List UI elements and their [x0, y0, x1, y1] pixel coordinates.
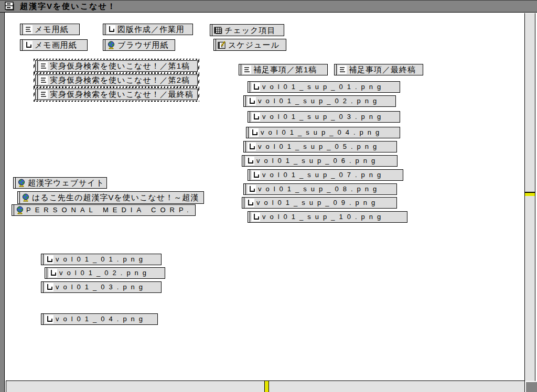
vobj-label: 実身仮身検索を使いこなせ！／最終稿 [50, 89, 194, 100]
figure-icon [246, 199, 254, 207]
text-document-icon [24, 25, 33, 34]
vobj-image-04[interactable]: vol01_04.png [41, 313, 158, 325]
vobj-chokanji-website[interactable]: 超漢字ウェブサイト [13, 177, 107, 189]
vobj-sup-image-02[interactable]: vol01_sup_02.png [243, 95, 396, 107]
text-document-icon [338, 66, 347, 74]
vobj-personal-media-corp[interactable]: PERSONAL MEDIA CORP. [12, 204, 196, 216]
vobj-sup-image-10[interactable]: vol01_sup_10.png [248, 211, 407, 223]
vobj-image-03[interactable]: vol01_03.png [41, 281, 162, 293]
vobj-left-edge [18, 192, 20, 203]
vobj-sup-image-08[interactable]: vol01_sup_08.png [243, 183, 397, 195]
vertical-scrollbar[interactable] [524, 13, 535, 381]
vobj-left-edge [12, 205, 14, 215]
vobj-sup-image-03[interactable]: vol01_sup_03.png [248, 111, 400, 123]
vobj-left-edge [248, 212, 250, 222]
vobj-left-edge [248, 112, 250, 122]
vobj-left-edge [335, 64, 337, 75]
globe-icon [107, 41, 115, 49]
vobj-label: vol01_sup_09.png [256, 198, 379, 208]
vobj-label: チェック項目 [224, 25, 275, 36]
vobj-left-edge [103, 24, 105, 35]
vobj-sup-image-07[interactable]: vol01_sup_07.png [248, 169, 403, 181]
horizontal-scrollbar[interactable] [6, 380, 525, 392]
vobj-label: メモ画用紙 [35, 40, 77, 50]
vobj-left-edge [242, 198, 244, 208]
vobj-sup-image-04[interactable]: vol01_sup_04.png [246, 127, 400, 138]
vobj-label: 超漢字ウェブサイト [28, 178, 104, 188]
schedule-icon [218, 41, 226, 49]
vobj-draft-1[interactable]: 実身仮身検索を使いこなせ！／第1稿 [35, 60, 198, 72]
vobj-left-edge [244, 141, 246, 152]
window-resize-corner[interactable] [526, 382, 537, 392]
table-icon [214, 26, 222, 35]
vobj-haruko-page[interactable]: はるこ先生の超漢字Vを使いこなせ！～超漢 [17, 191, 204, 204]
window-left-border [0, 13, 5, 392]
open-frame-draft-final: 実身仮身検索を使いこなせ！／最終稿 [34, 87, 199, 102]
vobj-label: ブラウザ用紙 [117, 40, 168, 50]
vobj-left-edge [248, 170, 250, 180]
vobj-left-edge [246, 127, 249, 138]
vobj-note-draft1[interactable]: 補足事項／第1稿 [239, 64, 328, 75]
vobj-sup-image-06[interactable]: vol01_sup_06.png [242, 155, 398, 167]
figure-icon [250, 128, 259, 137]
vobj-image-02[interactable]: vol01_02.png [45, 267, 165, 279]
vobj-memo-drawing-paper[interactable]: メモ画用紙 [20, 39, 88, 51]
window-title: 超漢字Vを使いこなせ！ [20, 2, 116, 12]
vobj-left-edge [41, 282, 44, 292]
vobj-left-edge [41, 254, 44, 265]
vobj-label: vol01_sup_06.png [256, 156, 379, 166]
horizontal-scroll-marker[interactable] [264, 381, 269, 392]
vobj-memo-paper[interactable]: メモ用紙 [20, 24, 80, 35]
figure-icon [24, 41, 33, 49]
text-document-icon [243, 66, 251, 74]
vobj-browser-paper[interactable]: ブラウザ用紙 [103, 39, 175, 51]
vobj-label: vol01_sup_01.png [262, 82, 385, 92]
vobj-note-final[interactable]: 補足事項／最終稿 [334, 64, 423, 75]
text-document-icon [39, 76, 48, 84]
vobj-left-edge [36, 75, 38, 85]
vobj-left-edge [239, 64, 241, 75]
vobj-left-edge [103, 40, 105, 50]
cabinet-icon[interactable] [4, 2, 15, 12]
figure-icon [49, 269, 57, 277]
vobj-sup-image-09[interactable]: vol01_sup_09.png [242, 197, 397, 209]
vobj-label: vol01_01.png [56, 254, 147, 265]
vobj-schedule[interactable]: スケジュール [213, 39, 286, 51]
vobj-figure-work[interactable]: 図版作成／作業用 [103, 24, 193, 35]
vobj-draft-2[interactable]: 実身仮身検索を使いこなせ！／第2稿 [35, 74, 198, 86]
vobj-left-edge [20, 24, 23, 35]
vobj-sup-image-01[interactable]: vol01_sup_01.png [248, 81, 400, 93]
vobj-label: vol01_sup_08.png [258, 184, 381, 194]
figure-icon [246, 157, 254, 165]
vobj-left-edge [244, 96, 246, 106]
vobj-image-01[interactable]: vol01_01.png [41, 254, 162, 265]
vobj-left-edge [14, 178, 16, 188]
window-titlebar[interactable]: 超漢字Vを使いこなせ！ [0, 0, 537, 13]
vobj-left-edge [36, 61, 38, 71]
open-frame-draft-1: 実身仮身検索を使いこなせ！／第1稿 [34, 59, 199, 73]
figure-icon [107, 25, 115, 34]
vobj-label: vol01_04.png [56, 314, 147, 324]
vobj-label: vol01_sup_07.png [262, 170, 385, 180]
vertical-scroll-marker[interactable] [525, 192, 535, 196]
figure-icon [248, 97, 256, 105]
vobj-check-items[interactable]: チェック項目 [210, 24, 284, 36]
globe-icon [17, 179, 26, 187]
figure-icon [252, 113, 260, 121]
vobj-sup-image-05[interactable]: vol01_sup_05.png [243, 141, 397, 153]
figure-icon [45, 255, 53, 264]
vobj-draft-final[interactable]: 実身仮身検索を使いこなせ！／最終稿 [35, 89, 198, 100]
figure-icon [248, 143, 256, 151]
vobj-label: vol01_sup_03.png [262, 112, 385, 122]
vobj-label: vol01_sup_10.png [262, 212, 385, 222]
vobj-label: 実身仮身検索を使いこなせ！／第1稿 [50, 61, 190, 71]
vobj-left-edge [20, 40, 23, 50]
figure-icon [252, 213, 260, 221]
vobj-left-edge [244, 184, 246, 194]
vobj-label: はるこ先生の超漢字Vを使いこなせ！～超漢 [32, 192, 199, 203]
vobj-label: vol01_03.png [56, 282, 147, 292]
figure-icon [45, 283, 53, 291]
vobj-left-edge [248, 82, 250, 92]
open-frame-draft-2: 実身仮身検索を使いこなせ！／第2稿 [34, 73, 199, 88]
vobj-left-edge [210, 25, 212, 36]
